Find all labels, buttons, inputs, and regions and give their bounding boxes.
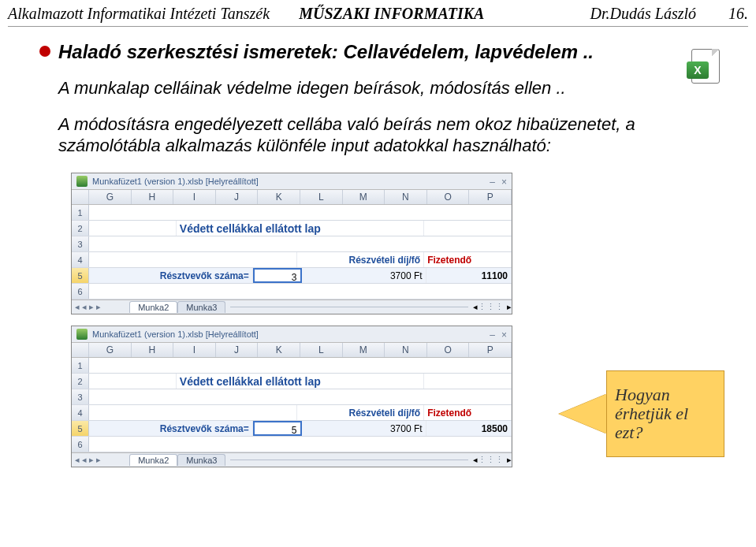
- row-header[interactable]: 1: [72, 205, 89, 220]
- row-header[interactable]: 4: [72, 252, 89, 267]
- grid-cell[interactable]: [89, 437, 512, 452]
- excel-screenshot-2: Munkafüzet1 (version 1).xlsb [Helyreállí…: [71, 326, 512, 467]
- label-reszvdij[interactable]: Részvételi díj/fő: [297, 405, 425, 420]
- paragraph-1: A munkalap celláinak védelme idegen beír…: [58, 77, 717, 99]
- excel-icon: X: [687, 47, 724, 85]
- label-reszvdij[interactable]: Részvételi díj/fő: [297, 252, 425, 267]
- fee-cell[interactable]: 3700 Ft: [302, 421, 426, 436]
- grid-cell[interactable]: [89, 236, 512, 251]
- grid-cell[interactable]: [89, 284, 512, 299]
- window-title-text: Munkafüzet1 (version 1).xlsb [Helyreállí…: [92, 329, 259, 339]
- col-O[interactable]: O: [427, 343, 470, 357]
- col-P[interactable]: P: [469, 343, 512, 357]
- col-M[interactable]: M: [343, 343, 385, 357]
- row-header[interactable]: 3: [72, 389, 89, 404]
- workbook-icon: [76, 329, 88, 340]
- window-titlebar: Munkafüzet1 (version 1).xlsb [Helyreállí…: [72, 326, 512, 342]
- col-H[interactable]: H: [132, 343, 174, 357]
- col-K[interactable]: K: [258, 190, 300, 204]
- col-K[interactable]: K: [258, 343, 300, 357]
- col-H[interactable]: H: [132, 190, 174, 204]
- paragraph-2: A módosításra engedélyezett cellába való…: [58, 113, 717, 157]
- callout-shape: Hogyan érhetjük el ezt?: [606, 370, 724, 457]
- sheet-tab-munka2[interactable]: Munka2: [129, 301, 177, 313]
- col-I[interactable]: I: [173, 343, 216, 357]
- row-header[interactable]: 1: [72, 358, 89, 373]
- sheet-title-cell[interactable]: Védett cellákkal ellátott lap: [177, 221, 424, 236]
- workbook-icon: [76, 176, 88, 187]
- total-cell[interactable]: 18500: [426, 421, 512, 436]
- header-author: Dr.Dudás László: [590, 5, 701, 23]
- header-left: Alkalmazott Informatikai Intézeti Tanszé…: [8, 5, 299, 23]
- hscroll-right-icon[interactable]: ▸: [507, 302, 512, 312]
- sheet-tab-munka3[interactable]: Munka3: [177, 454, 225, 466]
- sheet-nav-buttons[interactable]: ◂ ◂ ▸ ▸: [75, 302, 101, 312]
- excel-screenshot-1: Munkafüzet1 (version 1).xlsb [Helyreállí…: [71, 173, 512, 314]
- grid-rows: 1 2 Védett cellákkal ellátott lap 3 4 Ré…: [72, 205, 512, 300]
- grid-cell[interactable]: [424, 221, 512, 236]
- col-M[interactable]: M: [343, 190, 385, 204]
- row-header[interactable]: 4: [72, 405, 89, 420]
- callout-arrow-icon: [559, 394, 606, 434]
- bullet-icon: [39, 46, 50, 57]
- sheet-title-cell[interactable]: Védett cellákkal ellátott lap: [177, 374, 424, 389]
- col-G[interactable]: G: [89, 343, 132, 357]
- excel-icon-glyph: X: [687, 61, 709, 79]
- grid-cell[interactable]: [89, 221, 177, 236]
- col-I[interactable]: I: [173, 190, 216, 204]
- row-header-active[interactable]: 5: [72, 268, 89, 283]
- sheet-tab-bar: ◂ ◂ ▸ ▸ Munka2 Munka3 ◂ ⋮⋮⋮ ▸: [72, 452, 512, 467]
- slide-header: Alkalmazott Informatikai Intézeti Tanszé…: [0, 0, 756, 23]
- hscroll-right-icon[interactable]: ▸: [507, 455, 512, 465]
- col-N[interactable]: N: [385, 343, 427, 357]
- minimize-button[interactable]: –: [490, 177, 495, 188]
- col-N[interactable]: N: [385, 190, 427, 204]
- col-L[interactable]: L: [300, 343, 343, 357]
- select-all-corner[interactable]: [72, 190, 89, 204]
- col-P[interactable]: P: [469, 190, 512, 204]
- col-L[interactable]: L: [300, 190, 343, 204]
- row-header[interactable]: 2: [72, 221, 89, 236]
- grid-cell[interactable]: [424, 374, 512, 389]
- close-button[interactable]: ×: [501, 177, 507, 188]
- label-fizetendo[interactable]: Fizetendő: [424, 252, 512, 267]
- total-cell[interactable]: 11100: [426, 268, 512, 283]
- row-header[interactable]: 3: [72, 236, 89, 251]
- callout-text: Hogyan érhetjük el ezt?: [615, 385, 716, 443]
- participants-input[interactable]: 3: [253, 268, 302, 283]
- select-all-corner[interactable]: [72, 343, 89, 357]
- grid-cell[interactable]: [89, 358, 512, 373]
- col-O[interactable]: O: [427, 190, 470, 204]
- col-J[interactable]: J: [216, 190, 259, 204]
- window-title-text: Munkafüzet1 (version 1).xlsb [Helyreállí…: [92, 177, 259, 186]
- scroll-grip-icon[interactable]: ⋮⋮⋮: [478, 302, 504, 312]
- label-resztvevok[interactable]: Résztvevők száma=: [89, 268, 253, 283]
- column-headers[interactable]: G H I J K L M N O P: [72, 342, 512, 358]
- grid-cell[interactable]: [89, 252, 297, 267]
- screenshots-group: Munkafüzet1 (version 1).xlsb [Helyreállí…: [71, 173, 512, 467]
- header-center: MŰSZAKI INFORMATIKA: [299, 5, 590, 23]
- col-J[interactable]: J: [216, 343, 259, 357]
- grid-cell[interactable]: [89, 374, 177, 389]
- row-header-active[interactable]: 5: [72, 421, 89, 436]
- grid-rows: 1 2 Védett cellákkal ellátott lap 3 4 Ré…: [72, 358, 512, 452]
- grid-cell[interactable]: [89, 405, 297, 420]
- sheet-nav-buttons[interactable]: ◂ ◂ ▸ ▸: [75, 455, 101, 465]
- grid-cell[interactable]: [89, 205, 512, 220]
- row-header[interactable]: 2: [72, 374, 89, 389]
- col-G[interactable]: G: [89, 190, 132, 204]
- minimize-button[interactable]: –: [490, 329, 495, 340]
- row-header[interactable]: 6: [72, 437, 89, 452]
- scroll-grip-icon[interactable]: ⋮⋮⋮: [478, 455, 504, 465]
- title-row: Haladó szerkesztési ismeretek: Cellavéde…: [39, 41, 717, 63]
- row-header[interactable]: 6: [72, 284, 89, 299]
- sheet-tab-munka2[interactable]: Munka2: [129, 454, 177, 466]
- sheet-tab-munka3[interactable]: Munka3: [177, 301, 225, 313]
- close-button[interactable]: ×: [501, 329, 507, 340]
- grid-cell[interactable]: [89, 389, 512, 404]
- participants-input[interactable]: 5: [253, 421, 302, 436]
- column-headers[interactable]: G H I J K L M N O P: [72, 189, 512, 205]
- fee-cell[interactable]: 3700 Ft: [302, 268, 426, 283]
- label-fizetendo[interactable]: Fizetendő: [424, 405, 512, 420]
- label-resztvevok[interactable]: Résztvevők száma=: [89, 421, 253, 436]
